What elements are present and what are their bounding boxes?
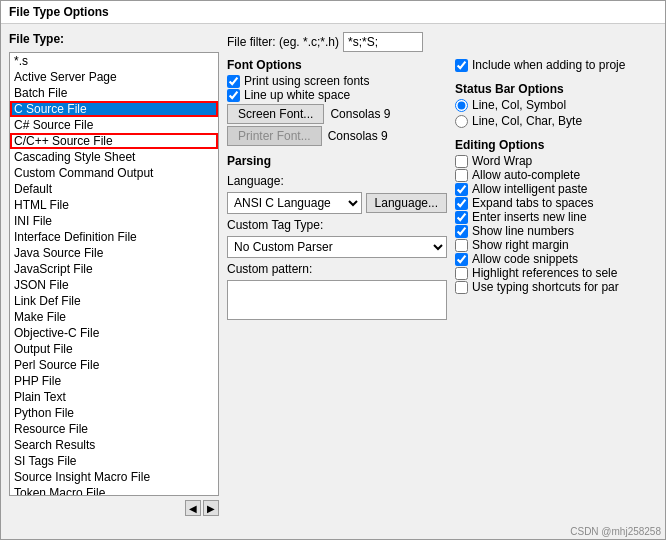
print-screen-fonts-row: Print using screen fonts [227,74,447,88]
editing-option-checkbox[interactable] [455,155,468,168]
watermark: CSDN @mhj258258 [1,524,665,539]
font-options-title: Font Options [227,58,447,72]
main-window: File Type Options File Type: *.sActive S… [0,0,666,540]
editing-option-row: Use typing shortcuts for par [455,280,657,294]
editing-option-checkbox[interactable] [455,169,468,182]
list-item[interactable]: JavaScript File [10,261,218,277]
custom-tag-select[interactable]: No Custom Parser [227,236,447,258]
editing-option-row: Word Wrap [455,154,657,168]
status-radio-2: Line, Col, Char, Byte [455,114,657,128]
editing-option-row: Allow code snippets [455,252,657,266]
list-item[interactable]: C# Source File [10,117,218,133]
editing-option-label: Enter inserts new line [472,210,587,224]
editing-option-label: Allow code snippets [472,252,578,266]
printer-font-button[interactable]: Printer Font... [227,126,322,146]
list-item[interactable]: Default [10,181,218,197]
file-type-list[interactable]: *.sActive Server PageBatch FileC Source … [9,52,219,496]
editing-option-label: Word Wrap [472,154,532,168]
custom-tag-label: Custom Tag Type: [227,218,447,232]
print-screen-fonts-checkbox[interactable] [227,75,240,88]
list-item[interactable]: C Source File [10,101,218,117]
line-up-whitespace-checkbox[interactable] [227,89,240,102]
status-bar-title: Status Bar Options [455,82,657,96]
editing-option-checkbox[interactable] [455,183,468,196]
editing-option-label: Use typing shortcuts for par [472,280,619,294]
editing-option-label: Allow intelligent paste [472,182,587,196]
list-item[interactable]: C/C++ Source File [10,133,218,149]
language-button[interactable]: Language... [366,193,447,213]
title-bar: File Type Options [1,1,665,24]
list-item[interactable]: Custom Command Output [10,165,218,181]
filter-label: File filter: (eg. *.c;*.h) [227,35,339,49]
language-select[interactable]: ANSI C Language C++ Java Python [227,192,362,214]
nav-right-btn[interactable]: ▶ [203,500,219,516]
list-item[interactable]: Python File [10,405,218,421]
list-item[interactable]: Interface Definition File [10,229,218,245]
editing-option-checkbox[interactable] [455,225,468,238]
list-item[interactable]: Token Macro File [10,485,218,496]
status-label-1: Line, Col, Symbol [472,98,566,112]
custom-pattern-label: Custom pattern: [227,262,447,276]
list-item[interactable]: *.s [10,53,218,69]
custom-pattern-input[interactable] [227,280,447,320]
list-item[interactable]: Active Server Page [10,69,218,85]
parsing-title: Parsing [227,154,447,168]
list-item[interactable]: PHP File [10,373,218,389]
include-label: Include when adding to proje [472,58,625,72]
editing-option-row: Enter inserts new line [455,210,657,224]
printer-font-name: Consolas 9 [328,129,388,143]
editing-option-checkbox[interactable] [455,239,468,252]
editing-option-row: Allow auto-complete [455,168,657,182]
nav-left-btn[interactable]: ◀ [185,500,201,516]
include-check-row: Include when adding to proje [455,58,657,72]
custom-tag-row: No Custom Parser [227,236,447,258]
status-radio-line-col-char[interactable] [455,115,468,128]
editing-option-row: Highlight references to sele [455,266,657,280]
list-item[interactable]: Source Insight Macro File [10,469,218,485]
list-item[interactable]: Output File [10,341,218,357]
font-options-section: Font Options Print using screen fonts Li… [227,58,447,148]
editing-option-row: Show right margin [455,238,657,252]
list-item[interactable]: Cascading Style Sheet [10,149,218,165]
editing-option-checkbox[interactable] [455,211,468,224]
right-panel: File filter: (eg. *.c;*.h) Font Options … [227,32,657,516]
list-item[interactable]: Perl Source File [10,357,218,373]
parsing-section: Parsing Language: ANSI C Language C++ Ja… [227,154,447,320]
list-item[interactable]: Batch File [10,85,218,101]
printer-font-row: Printer Font... Consolas 9 [227,126,447,146]
include-checkbox[interactable] [455,59,468,72]
list-item[interactable]: Link Def File [10,293,218,309]
editing-option-label: Allow auto-complete [472,168,580,182]
list-item[interactable]: HTML File [10,197,218,213]
language-label: Language: [227,174,447,188]
editing-option-checkbox[interactable] [455,253,468,266]
file-type-label: File Type: [9,32,219,46]
list-item[interactable]: JSON File [10,277,218,293]
list-item[interactable]: Resource File [10,421,218,437]
editing-option-label: Show right margin [472,238,569,252]
status-radio-line-col-symbol[interactable] [455,99,468,112]
screen-font-button[interactable]: Screen Font... [227,104,324,124]
editing-option-label: Expand tabs to spaces [472,196,593,210]
list-item[interactable]: Search Results [10,437,218,453]
left-panel: File Type: *.sActive Server PageBatch Fi… [9,32,219,516]
language-row: ANSI C Language C++ Java Python Language… [227,192,447,214]
filter-input[interactable] [343,32,423,52]
editing-option-checkbox[interactable] [455,197,468,210]
status-bar-section: Status Bar Options Line, Col, Symbol Lin… [455,82,657,130]
list-item[interactable]: Java Source File [10,245,218,261]
editing-option-checkbox[interactable] [455,281,468,294]
list-item[interactable]: Objective-C File [10,325,218,341]
editing-option-checkbox[interactable] [455,267,468,280]
screen-font-row: Screen Font... Consolas 9 [227,104,447,124]
editing-option-row: Show line numbers [455,224,657,238]
editing-option-row: Allow intelligent paste [455,182,657,196]
status-radio-1: Line, Col, Symbol [455,98,657,112]
editing-section: Editing Options Word WrapAllow auto-comp… [455,138,657,294]
list-item[interactable]: SI Tags File [10,453,218,469]
window-title: File Type Options [9,5,109,19]
list-item[interactable]: Plain Text [10,389,218,405]
editing-title: Editing Options [455,138,657,152]
list-item[interactable]: Make File [10,309,218,325]
list-item[interactable]: INI File [10,213,218,229]
